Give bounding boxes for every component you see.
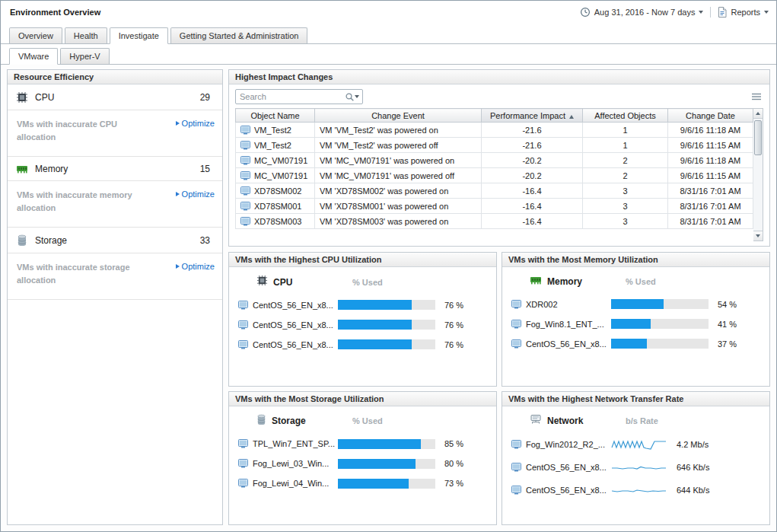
cell-performance-impact: -21.6	[482, 123, 583, 138]
optimize-label: Optimize	[182, 262, 215, 271]
table-row[interactable]: VM_Test2VM 'VM_Test2' was powered off-21…	[236, 138, 753, 153]
table-row[interactable]: XD78SM003VM 'XD78SM003' was powered on-1…	[236, 214, 753, 229]
cell-change-date: 8/31/16 7:01 AM	[668, 183, 753, 199]
cell-object-name: XD78SM001	[236, 199, 315, 214]
arrow-right-icon	[176, 192, 180, 196]
impact-table: Object Name Change Event Performance Imp…	[235, 108, 753, 229]
cell-affected-objects: 3	[583, 199, 668, 214]
value-column-label: % Used	[352, 416, 383, 425]
table-options-icon[interactable]	[750, 91, 763, 103]
cell-change-date: 9/6/16 11:18 AM	[668, 153, 753, 168]
utilization-bar-track	[611, 339, 709, 349]
resource-hint-cpu: VMs with inaccurate CPU allocation Optim…	[8, 110, 222, 157]
vm-name: CentOS_56_EN_x8...	[526, 463, 611, 472]
metric-label: CPU	[273, 277, 292, 288]
vm-utilization-row[interactable]: CentOS_56_EN_x8...76 %	[238, 300, 487, 310]
reports-button[interactable]: Reports	[718, 7, 769, 18]
vm-icon	[240, 186, 250, 196]
table-row[interactable]: XD78SM002VM 'XD78SM002' was powered on-1…	[236, 183, 753, 199]
vm-utilization-row[interactable]: CentOS_56_EN_x8...76 %	[238, 320, 487, 330]
table-row[interactable]: MC_VM07191VM 'MC_VM07191' was powered on…	[236, 153, 753, 168]
scrollbar-thumb[interactable]	[754, 120, 762, 155]
vm-icon	[240, 217, 250, 226]
column-affected-objects[interactable]: Affected Objects	[583, 109, 668, 123]
memory-utilization-panel: VMs with the Most Memory Utilization	[502, 252, 770, 387]
optimize-storage-link[interactable]: Optimize	[176, 261, 215, 271]
vm-icon	[238, 320, 248, 330]
scroll-up-button[interactable]	[753, 109, 763, 119]
cell-object-name: VM_Test2	[236, 123, 315, 138]
network-icon	[530, 414, 542, 428]
resource-item-storage[interactable]: Storage 33	[8, 228, 222, 253]
resource-value: 33	[200, 235, 215, 246]
vm-utilization-row[interactable]: CentOS_56_EN_x8...644 Kb/s	[511, 484, 760, 497]
optimize-memory-link[interactable]: Optimize	[176, 189, 215, 199]
table-row[interactable]: MC_VM07191VM 'MC_VM07191' was powered of…	[236, 168, 753, 183]
main-tabs: Overview Health Investigate Getting Star…	[1, 25, 776, 44]
cell-performance-impact: -20.2	[482, 168, 583, 183]
tab-health[interactable]: Health	[65, 27, 107, 43]
vm-utilization-row[interactable]: Fog_Lewi_04_Win...73 %	[238, 479, 487, 489]
time-range-selector[interactable]: Aug 31, 2016 - Now 7 days	[580, 7, 704, 18]
cell-change-event: VM 'XD78SM001' was powered on	[315, 199, 482, 214]
panel-title: VMs with the Highest Network Transfer Ra…	[502, 392, 769, 406]
cell-object-name: VM_Test2	[236, 138, 315, 153]
memory-icon	[15, 164, 29, 174]
vm-utilization-row[interactable]: CentOS_56_EN_x8...646 Kb/s	[511, 461, 760, 474]
resource-item-cpu[interactable]: CPU 29	[8, 84, 222, 110]
optimize-label: Optimize	[182, 119, 215, 128]
utilization-bar-fill	[338, 320, 412, 330]
optimize-cpu-link[interactable]: Optimize	[176, 118, 215, 128]
vm-utilization-row[interactable]: CentOS_56_EN_x8...37 %	[511, 339, 760, 349]
resource-value: 29	[200, 92, 215, 103]
scrollbar-track[interactable]	[753, 119, 763, 231]
tab-overview[interactable]: Overview	[9, 27, 62, 43]
vm-utilization-row[interactable]: TPL_Win7_ENT_SP...85 %	[238, 439, 487, 449]
utilization-bar-track	[338, 300, 435, 310]
storage-icon	[256, 414, 266, 428]
vm-utilization-row[interactable]: CentOS_56_EN_x8...76 %	[238, 339, 487, 349]
scroll-down-button[interactable]	[753, 231, 763, 241]
column-change-event[interactable]: Change Event	[315, 109, 482, 123]
value-column-label: % Used	[626, 277, 656, 286]
tab-getting-started-administration[interactable]: Getting Started & Administration	[170, 27, 308, 43]
time-range-label: Aug 31, 2016 - Now 7 days	[594, 8, 696, 17]
memory-icon	[530, 275, 542, 288]
chevron-down-icon	[699, 11, 703, 14]
table-row[interactable]: XD78SM001VM 'XD78SM001' was powered on-1…	[236, 199, 753, 214]
utilization-value: 76 %	[444, 301, 463, 310]
vm-utilization-row[interactable]: XDR00254 %	[511, 299, 760, 309]
search-input[interactable]	[236, 92, 345, 101]
utilization-bar-fill	[338, 479, 409, 489]
utilization-bar-fill	[338, 339, 412, 349]
resource-item-memory[interactable]: Memory 15	[8, 157, 222, 181]
vm-name: CentOS_56_EN_x8...	[526, 339, 611, 349]
value-column-label: b/s Rate	[626, 416, 658, 425]
cell-performance-impact: -20.2	[482, 153, 583, 168]
arrow-up-icon	[756, 112, 760, 115]
table-scrollbar[interactable]	[753, 108, 763, 241]
metric-label: Memory	[547, 276, 582, 287]
vm-icon	[240, 202, 250, 211]
tab-investigate[interactable]: Investigate	[110, 27, 168, 44]
vm-utilization-row[interactable]: Fog_Win8.1_ENT_...41 %	[511, 319, 760, 329]
tab-hyper-v[interactable]: Hyper-V	[60, 48, 109, 64]
column-change-date[interactable]: Change Date	[668, 109, 753, 123]
cell-change-event: VM 'VM_Test2' was powered off	[315, 138, 482, 153]
tab-vmware[interactable]: VMware	[9, 48, 58, 65]
vm-icon	[238, 479, 248, 488]
utilization-bar-track	[338, 479, 435, 489]
search-options-chevron-icon[interactable]	[355, 95, 359, 98]
sparkline	[611, 461, 667, 474]
search-box[interactable]	[235, 89, 363, 104]
vm-utilization-row[interactable]: Fog_Win2012_R2_...4.2 Mb/s	[511, 438, 760, 451]
column-object-name[interactable]: Object Name	[236, 109, 315, 123]
time-range-icon	[580, 7, 591, 18]
value-column-label: % Used	[352, 278, 383, 287]
column-performance-impact[interactable]: Performance Impact	[482, 109, 583, 123]
table-row[interactable]: VM_Test2VM 'VM_Test2' was powered on-21.…	[236, 123, 753, 138]
report-icon	[718, 7, 727, 18]
divider	[710, 7, 711, 18]
vm-utilization-row[interactable]: Fog_Lewi_03_Win...80 %	[238, 459, 487, 469]
hint-text: VMs with inaccurate CPU allocation	[17, 118, 132, 144]
